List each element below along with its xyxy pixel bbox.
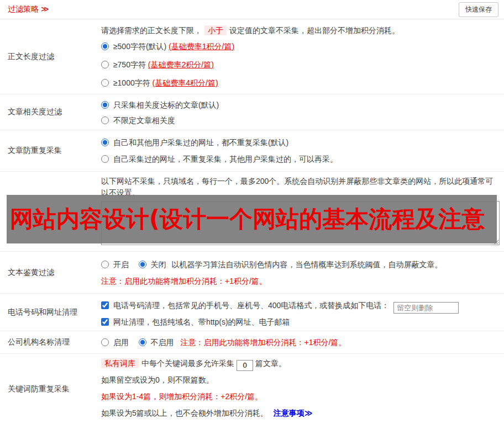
keyword-limit-input[interactable] [237,360,253,371]
porn-filter-description: 以机器学习算法自动识别色情内容，当色情概率达到系统阈值，自动屏蔽文章。 [171,260,442,269]
length-filter-intro: 请选择需求的正文长度下限，小于设定值的文章不采集，超出部分不增加积分消耗。 [101,23,500,38]
relevance-option-strict[interactable]: 只采集相关度达标的文章(默认) [101,97,500,113]
radio-dedupe-own[interactable] [101,155,109,163]
relevance-option-strict-label: 只采集相关度达标的文章(默认) [113,100,219,109]
radio-length-750[interactable] [101,61,109,68]
phone-replace-input[interactable] [393,302,459,314]
keyword-limit-text-end: 篇文章。 [255,359,286,368]
checkbox-phone-clean[interactable] [101,301,109,309]
relevance-option-any[interactable]: 不限定文章相关度 [101,113,500,128]
radio-relevance-any[interactable] [101,116,109,124]
length-option-500-note: (基础费率1积分/篇) [169,42,234,51]
porn-option-off[interactable]: 关闭 [139,260,169,269]
keyword-note-1-4: 如果设为1-4篇，则增加积分消耗：+2积分/篇。 [101,388,500,405]
porn-filter-note: 注意：启用此功能将增加积分消耗：+1积分/篇。 [101,273,500,289]
company-option-on[interactable]: 启用 [101,338,131,347]
row-dedupe-filter: 文章防重复采集 自己和其他用户采集过的网址，都不重复采集(默认) 自己采集过的网… [0,130,504,172]
radio-relevance-strict[interactable] [101,101,109,109]
intro-text-before: 请选择需求的正文长度下限， [101,26,202,35]
watermark-text: 网站内容设计(设计一个网站的基本流程及注意 [7,204,485,235]
private-lexicon-tag: 私有词库 [101,358,139,368]
row-label-phone-url-clean: 电话号码和网址清理 [0,294,101,331]
company-clean-note: 注意：启用此功能将增加积分消耗：+1积分/篇。 [180,338,346,347]
checkbox-url-clean[interactable] [101,318,109,326]
dedupe-option-own[interactable]: 自己采集过的网址，不重复采集，其他用户采集过的，可以再采。 [101,151,500,167]
dedupe-option-global-label: 自己和其他用户采集过的网址，都不重复采集(默认) [113,138,288,147]
dedupe-option-own-label: 自己采集过的网址，不重复采集，其他用户采集过的，可以再采。 [113,155,338,163]
intro-text-after: 设定值的文章不采集，超出部分不增加积分消耗。 [229,26,400,35]
less-than-tag: 小于 [204,25,227,35]
row-company-clean: 公司机构名称清理 启用 不启用 注意：启用此功能将增加积分消耗：+1积分/篇。 [0,331,504,354]
radio-porn-off[interactable] [139,261,146,268]
dedupe-option-global[interactable]: 自己和其他用户采集过的网址，都不重复采集(默认) [101,134,500,151]
porn-option-off-label: 关闭 [151,260,166,269]
radio-company-on[interactable] [101,338,109,346]
row-label-company-clean: 公司机构名称清理 [0,331,101,353]
phone-clean-label: 电话号码清理，包括常见的手机号、座机号、400电话格式，或替换成如下电话： [113,301,389,310]
length-option-500-label: ≥500字符(默认) [113,42,169,51]
radio-company-off[interactable] [139,338,146,346]
porn-option-on[interactable]: 开启 [101,260,131,269]
keyword-note-empty: 如果留空或设为0，则不限篇数。 [101,372,500,388]
porn-option-on-label: 开启 [113,260,129,269]
length-option-750-note: (基础费率2积分/篇) [148,60,214,69]
row-length-filter: 正文长度过滤 请选择需求的正文长度下限，小于设定值的文章不采集，超出部分不增加积… [0,19,504,94]
keyword-note-5plus: 如果设为5篇或以上，也不会额外增加积分消耗。 [101,409,268,417]
keyword-limit-text: 中每个关键词最多允许采集 [141,359,234,368]
page-title[interactable]: 过滤策略 ≫ [8,4,49,14]
row-keyword-dedupe: 关键词防重复采集 私有词库中每个关键词最多允许采集篇文章。 如果留空或设为0，则… [0,354,504,424]
notice-link[interactable]: 注意事项≫ [274,409,313,417]
url-clean-option[interactable]: 网址清理，包括纯域名、带http(s)的网址、电子邮箱 [101,317,290,326]
quick-save-button[interactable]: 快速保存 [459,2,498,17]
company-option-off[interactable]: 不启用 [139,338,176,347]
watermark-overlay: 网站内容设计(设计一个网站的基本流程及注意 [7,195,497,243]
row-relevance-filter: 文章相关度过滤 只采集相关度达标的文章(默认) 不限定文章相关度 [0,94,504,130]
row-label-porn-filter: 文本鉴黄过滤 [0,252,101,293]
radio-length-1000[interactable] [101,79,109,87]
length-option-1000-label: ≥1000字符 [113,78,153,87]
company-option-on-label: 启用 [113,338,129,347]
company-option-off-label: 不启用 [151,338,174,347]
row-label-dedupe-filter: 文章防重复采集 [0,130,101,171]
phone-clean-option[interactable]: 电话号码清理，包括常见的手机号、座机号、400电话格式，或替换成如下电话： [101,301,391,310]
radio-dedupe-global[interactable] [101,139,109,146]
row-label-relevance-filter: 文章相关度过滤 [0,94,101,130]
length-option-1000[interactable]: ≥1000字符 (基础费率4积分/篇) [101,74,500,92]
url-clean-label: 网址清理，包括纯域名、带http(s)的网址、电子邮箱 [113,317,290,326]
radio-length-500[interactable] [101,43,109,50]
length-option-750-label: ≥750字符 [113,60,148,69]
row-porn-filter: 文本鉴黄过滤 开启 关闭 以机器学习算法自动识别色情内容，当色情概率达到系统阈值… [0,252,504,294]
length-option-500[interactable]: ≥500字符(默认) (基础费率1积分/篇) [101,38,500,56]
row-label-keyword-dedupe: 关键词防重复采集 [0,354,101,424]
row-label-length-filter: 正文长度过滤 [0,19,101,94]
row-phone-url-clean: 电话号码和网址清理 电话号码清理，包括常见的手机号、座机号、400电话格式，或替… [0,294,504,331]
radio-porn-on[interactable] [101,261,109,268]
length-option-1000-note: (基础费率4积分/篇) [153,78,218,87]
header-bar: 过滤策略 ≫ 快速保存 [0,0,504,19]
relevance-option-any-label: 不限定文章相关度 [113,116,175,125]
length-option-750[interactable]: ≥750字符 (基础费率2积分/篇) [101,56,500,74]
